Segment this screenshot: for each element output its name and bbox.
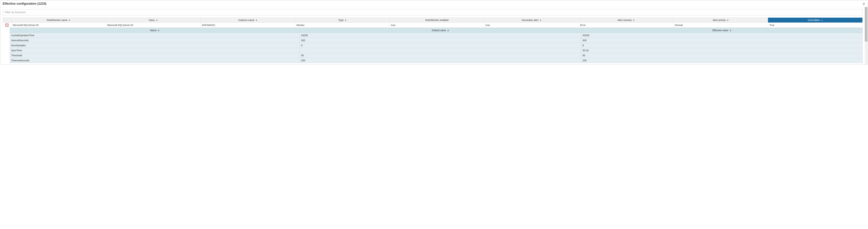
detail-cell-default-value: 6 (300, 43, 581, 48)
col-alert-severity-label: Alert severity (618, 19, 632, 22)
col-type[interactable]: Type ▲▼ (295, 18, 390, 23)
detail-row: CacheExpirationTime4320043200 (10, 33, 863, 38)
detail-cell-effective-value: 00:18 (581, 48, 863, 53)
col-overridden[interactable]: Overridden (768, 18, 863, 23)
cell-alert-severity: Error (579, 23, 673, 28)
detail-cell-name: SyncTime (10, 48, 300, 53)
detail-table: Name ▲▼ Default value ▲▼ Eff (10, 28, 863, 63)
detail-cell-effective-value: 300 (581, 38, 863, 43)
detail-col-default-value[interactable]: Default value ▲▼ (300, 28, 581, 33)
cell-type: Monitor (295, 23, 390, 28)
detail-col-name[interactable]: Name ▲▼ (10, 28, 300, 33)
sort-icon: ▲▼ (69, 20, 70, 21)
detail-col-effective-value-label: Effective value (712, 29, 728, 32)
sort-icon: ▲▼ (727, 20, 728, 21)
col-rule-monitor-name[interactable]: Rule/Monitor name ▲▼ (11, 18, 106, 23)
col-rule-monitor-enabled[interactable]: Rule/Monitor enabled (390, 18, 484, 23)
col-rule-monitor-enabled-label: Rule/Monitor enabled (425, 19, 448, 22)
cell-instance-name: INSTANCE1 (200, 23, 295, 28)
chevron-down-icon (6, 24, 8, 26)
col-generates-alert-label: Generates alert (522, 19, 538, 22)
detail-cell-name: IntervalSeconds (10, 38, 300, 43)
vertical-scrollbar[interactable] (865, 7, 867, 65)
refresh-icon (863, 2, 865, 5)
detail-cell-name: TimeoutSeconds (10, 58, 300, 63)
cell-rule-monitor-enabled: true (390, 23, 484, 28)
effective-configuration-panel: Effective configuration (1215) (0, 0, 868, 65)
col-overridden-label: Overridden (808, 19, 820, 22)
detail-cell-name: Threshold (10, 53, 300, 58)
detail-col-name-label: Name (150, 29, 156, 32)
panel-title: Effective configuration (1215) (3, 2, 46, 5)
col-rule-monitor-name-label: Rule/Monitor name (47, 19, 67, 22)
panel-body: Rule/Monitor name ▲▼ Class ▲▼ Instance n… (1, 7, 867, 65)
cell-generates-alert: true (484, 23, 579, 28)
detail-cell-effective-value: 43200 (581, 33, 863, 38)
detail-row: TimeoutSeconds200200 (10, 58, 863, 63)
scrollbar-thumb[interactable] (865, 7, 867, 42)
col-instance-name-label: Instance name (238, 19, 254, 22)
detail-cell-effective-value: 200 (581, 58, 863, 63)
filter-input[interactable] (3, 9, 863, 15)
sort-icon: ▲▼ (540, 20, 541, 21)
detail-row: SyncTime00:18 (10, 48, 863, 53)
detail-cell-effective-value: 95 (581, 53, 863, 58)
detail-cell-default-value (300, 48, 581, 53)
detail-cell-default-value: 43200 (300, 33, 581, 38)
col-class-label: Class (149, 19, 155, 22)
table-row[interactable]: Microsoft.SQLServer.20 Microsoft.SQLServ… (3, 23, 863, 28)
expand-toggle[interactable] (5, 24, 8, 27)
detail-col-effective-value[interactable]: Effective value ▲▼ (581, 28, 863, 33)
cell-overridden: True (768, 23, 863, 28)
sort-icon: ▲▼ (156, 20, 158, 21)
detail-row: Threshold9595 (10, 53, 863, 58)
sort-desc-icon (821, 20, 823, 21)
col-instance-name[interactable]: Instance name ▲▼ (200, 18, 295, 23)
sort-icon: ▲▼ (345, 20, 346, 21)
detail-cell-name: CacheExpirationTime (10, 33, 300, 38)
col-generates-alert[interactable]: Generates alert ▲▼ (484, 18, 579, 23)
detail-cell-default-value: 95 (300, 53, 581, 58)
sort-icon: ▲▼ (256, 20, 257, 21)
detail-cell-effective-value: 6 (581, 43, 863, 48)
detail-cell-default-value: 200 (300, 58, 581, 63)
panel-header: Effective configuration (1215) (1, 1, 867, 7)
cell-rule-monitor-name: Microsoft.SQLServer.20 (11, 23, 106, 28)
col-type-label: Type (338, 19, 343, 22)
detail-cell-name: NumSamples (10, 43, 300, 48)
detail-row-container: Name ▲▼ Default value ▲▼ Eff (3, 28, 863, 63)
detail-cell-default-value: 300 (300, 38, 581, 43)
col-expand (3, 18, 11, 23)
detail-row: NumSamples66 (10, 43, 863, 48)
cell-alert-priority: Normal (673, 23, 768, 28)
col-alert-priority[interactable]: Alert priority ▲▼ (673, 18, 768, 23)
detail-col-default-value-label: Default value (432, 29, 446, 32)
col-alert-priority-label: Alert priority (713, 19, 726, 22)
col-class[interactable]: Class ▲▼ (106, 18, 200, 23)
config-table: Rule/Monitor name ▲▼ Class ▲▼ Instance n… (3, 17, 863, 63)
sort-icon: ▲▼ (730, 30, 731, 31)
sort-icon: ▲▼ (158, 30, 159, 31)
detail-row: IntervalSeconds300300 (10, 38, 863, 43)
cell-class: Microsoft.SQLServer.20 (106, 23, 200, 28)
refresh-button[interactable] (862, 2, 865, 5)
sort-icon: ▲▼ (447, 30, 449, 31)
sort-icon: ▲▼ (633, 20, 634, 21)
col-alert-severity[interactable]: Alert severity ▲▼ (579, 18, 673, 23)
